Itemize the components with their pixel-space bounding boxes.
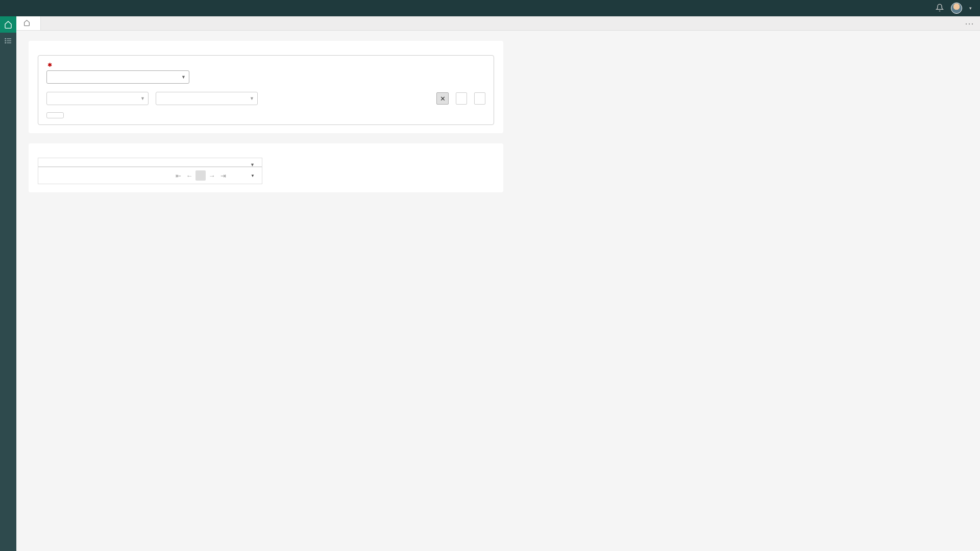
- left-sidebar: [0, 16, 16, 551]
- pager-next[interactable]: →: [207, 170, 217, 181]
- user-avatar[interactable]: [951, 3, 962, 14]
- bell-icon[interactable]: [936, 4, 944, 13]
- sidebar-home[interactable]: [0, 16, 16, 33]
- remove-condition-button[interactable]: ✕: [436, 92, 449, 105]
- chevron-down-icon: ▼: [181, 74, 186, 80]
- pager-prev[interactable]: ←: [184, 170, 194, 181]
- pager-last[interactable]: ⇥: [218, 170, 228, 181]
- tab-home[interactable]: [16, 16, 41, 30]
- class-select[interactable]: ▼: [46, 70, 189, 84]
- ci-overview-panel: ▼ ⇤ ← → ⇥ ▼: [29, 143, 503, 192]
- pager-page-1[interactable]: [195, 170, 206, 181]
- or-button[interactable]: [474, 92, 485, 105]
- required-icon: ✱: [47, 62, 52, 68]
- and-button[interactable]: [456, 92, 467, 105]
- topbar: ▾: [0, 0, 980, 16]
- search-button[interactable]: [46, 112, 64, 118]
- overview-pager: ⇤ ← → ⇥ ▼: [38, 167, 262, 184]
- sidebar-list[interactable]: [0, 33, 16, 49]
- condition-operator-select[interactable]: ▼: [156, 92, 258, 105]
- condition-field-select[interactable]: ▼: [46, 92, 149, 105]
- home-icon: [23, 19, 30, 28]
- chevron-down-icon: ▼: [250, 162, 255, 167]
- close-icon: ✕: [440, 95, 446, 103]
- chevron-down-icon: ▼: [140, 96, 145, 101]
- chevron-down-icon[interactable]: ▾: [969, 6, 972, 11]
- class-field-label: ✱: [46, 62, 485, 68]
- col-ci-count[interactable]: ▼: [150, 158, 262, 167]
- ci-search-panel: ✱ ▼ ▼ ▼ ✕: [29, 41, 503, 133]
- chevron-down-icon: ▼: [250, 96, 254, 101]
- tabbar: ⋯: [16, 16, 980, 31]
- pager-first[interactable]: ⇤: [173, 170, 183, 181]
- svg-point-3: [5, 38, 6, 39]
- svg-point-5: [5, 42, 6, 43]
- main: ✱ ▼ ▼ ▼ ✕: [16, 31, 980, 551]
- tabbar-more-icon[interactable]: ⋯: [965, 16, 980, 30]
- svg-point-4: [5, 40, 6, 41]
- overview-table: ▼ ⇤ ← → ⇥ ▼: [38, 158, 262, 184]
- chevron-down-icon: ▼: [251, 173, 255, 178]
- col-group[interactable]: [38, 158, 150, 167]
